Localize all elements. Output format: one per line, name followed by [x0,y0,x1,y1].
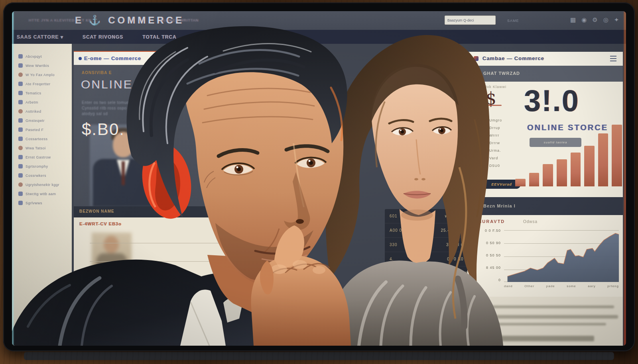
table-cell-right: 44 0 0 0 0 [446,271,468,276]
footer-panel [467,297,623,346]
store-eyebrow: AONSIVIBA E [82,70,112,75]
header-icon[interactable]: ▦ [570,16,576,24]
x-axis-label: dand [504,284,513,288]
stat-menu-item[interactable]: Umgro [483,118,502,122]
sidebar-item[interactable]: W Yo Fax Amplo [12,70,72,79]
nav-item[interactable]: SAAS CATTORE ▾ [17,34,63,40]
y-axis-label: 0 [498,278,501,282]
sidebar-item-icon [18,137,23,141]
left-window-title: E-ome — Commerce [84,55,141,61]
header-icons: ▦◉⚙◎✦ [570,16,619,24]
sidebar-item-label: Wew Wwrtkis [26,64,49,68]
sidebar-item-icon [18,192,23,196]
header-icon[interactable]: ◉ [581,16,587,24]
sidebar-item[interactable]: Ernst Gastrow [12,153,72,162]
stat-menu-item-label: Urma. [489,149,501,153]
sidebar-item[interactable]: Wew Wwrtkis [12,61,72,70]
chart-subtitle: Odwsa [523,219,538,224]
header-icon[interactable]: ✦ [614,16,619,24]
sidebar-item-icon [18,155,23,159]
table-cell-left: A00 0 [390,228,402,233]
left-window-favicon [79,57,82,60]
right-window-title: Cambae — Commerce [482,55,544,61]
sidebar-item-icon [18,146,23,150]
header-icon[interactable]: ◎ [603,16,608,24]
stat-menu-item[interactable]: Drrup [483,126,502,130]
chart-title: BSURAVTD [475,219,505,224]
sidebar-item[interactable]: Wwa Tatsoi [12,143,72,153]
table-row: 330 33 del 0 0 [385,238,473,252]
x-axis-label: aary [588,284,596,288]
y-axis-label: 8 45 00 [486,266,501,270]
sidebar-item-label: Sgrtsromphy [26,164,48,168]
left-section-header: BEZWON NAME [74,206,231,217]
sidebar-item[interactable]: Sgrlvwws [12,198,72,207]
sidebar-item[interactable]: Abcvpqyt [12,52,72,61]
sidebar-item[interactable]: Sgrtsromphy [12,162,72,171]
sidebar-item[interactable]: Asttriked [12,107,72,116]
sidebar-item-label: Ernst Gastrow [26,155,51,159]
table-row: A00 0 25.45 00 0 0 [385,223,473,238]
table-cell-left: 4. [390,257,394,261]
sidebar-item-icon [18,182,23,187]
stat-menu-item-icon [483,157,487,160]
sidebar-item-icon [18,173,23,178]
search-input[interactable] [445,16,496,25]
hamburger-menu-icon[interactable] [610,56,616,61]
bar [571,153,581,186]
sidebar-item[interactable]: Ate Freqertter [12,79,72,88]
right-toolbar: GHAT TWRZAD [467,66,623,82]
stat-menu-item[interactable]: Urma. [483,149,502,153]
sidebar-item-label: Arbetm [26,100,38,104]
stat-menu-item-label: D5U0 [489,164,500,168]
area-chart [504,230,619,282]
table-cell-left: 330 [390,243,398,247]
stat-menu-item-icon [483,141,487,145]
y-axis-label: 0 50 50 [486,253,501,257]
sidebar-item[interactable]: Cossarteess [12,134,72,143]
sidebar-item-icon [18,72,23,77]
stat-card: Jxk Klawwi $ Umgro Drrup Wrrrr Drrrw [467,82,623,197]
x-axis-labels: dandOtherpadesomeaaryprteng [504,284,619,288]
stat-menu-item-label: Drrrw [489,141,500,145]
x-axis-label: Other [524,284,534,288]
bar [529,173,540,186]
sidebar-item[interactable]: Arbetm [12,98,72,107]
nav-item[interactable]: TYBAY [196,34,214,40]
big-number: 3!.0 [524,83,579,118]
footer-blurred-line [475,305,614,308]
stat-menu-item[interactable]: Wrrrr [483,133,502,137]
sidebar-item[interactable]: Tematics [12,88,72,98]
header-side-label: SAME [507,19,519,23]
stat-label: Jxk Klawwi [485,85,506,89]
header-icon[interactable]: ⚙ [592,16,597,24]
nav-item[interactable]: SCAT RIVONGS [83,34,123,40]
sidebar-item[interactable]: Cossrwkers [12,171,72,180]
stat-menu-item-label: Wrrrr [489,133,499,137]
header-right-text: GLOWES WRITTAN [160,18,199,22]
sidebar-item[interactable]: Gmsteqwtr [12,116,72,125]
y-axis-label: 0 0 F.50 [485,229,501,233]
stat-menu-item[interactable]: D5U0 [483,164,502,168]
store-body-line: Cynsstid ritb ross ospo nanc otmosa [82,106,213,111]
sidebar: Abcvpqyt Wew Wwrtkis W Yo Fax Amplo Ate … [12,44,72,346]
y-axis-labels: 0 0 F.500 50 900 50 508 45 000 [473,229,501,282]
list-divider [90,261,221,262]
nav-item[interactable]: TOTAL TRCA [142,34,176,40]
sidebar-item-label: Wwa Tatsoi [26,146,46,150]
screen-edge-reflection-right [624,11,626,346]
stat-menu-item-icon [483,164,487,168]
sidebar-item-label: Cossrwkers [26,174,46,178]
stat-menu-item[interactable]: Vard [483,156,502,160]
sidebar-item[interactable]: Paseted F [12,125,72,134]
bar [598,133,608,186]
stat-menu: Umgro Drrup Wrrrr Drrrw Urma. [483,118,502,168]
left-list-title: E-4WRT-CV EB3o [79,221,122,226]
footer-blurred-line [475,336,594,341]
table-row: 4. 00 0 K0 3 [385,252,473,266]
stat-menu-item[interactable]: Drrrw [483,141,502,145]
chart-section-header: Bezn Mrinia I [467,197,623,215]
sidebar-item[interactable]: Ugrytshenektr kggr [12,180,72,189]
sidebar-item[interactable]: Stwcttg wttb aam [12,189,72,198]
stat-menu-item-icon [483,149,487,153]
